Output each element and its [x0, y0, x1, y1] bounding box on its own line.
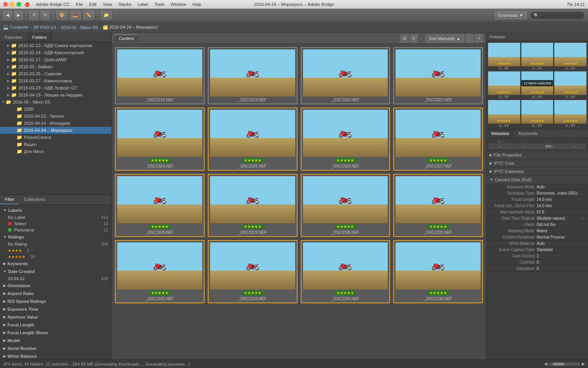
serial-section-header[interactable]: ▶ Serial Number [0, 344, 111, 352]
essentials-dropdown[interactable]: Essentials ▼ [495, 11, 527, 19]
tab-folders[interactable]: Folders [27, 33, 52, 42]
iptc-extension-header[interactable]: ▶ IPTC Extension [486, 168, 588, 176]
menu-help[interactable]: Help [192, 2, 201, 7]
meta-shutter-input[interactable] [513, 144, 537, 149]
thumb-dsc2332[interactable]: ⊞ 🏍️ ★★★★★ _DSC2332.NEF [115, 240, 205, 303]
new-folder-button[interactable]: 📁 [101, 11, 112, 20]
rotate-left-button[interactable]: ↺ [29, 11, 38, 20]
folder-item[interactable]: ▶📁2016-02-14 - НДВ Красногорский [0, 49, 111, 56]
tab-collections[interactable]: Collections [19, 195, 49, 204]
thumb-dsc2320[interactable]: ⊞ 🏍️ _DSC2320.NEF [301, 47, 390, 104]
focal-section-header[interactable]: ▶ Focal Length [0, 321, 111, 329]
preview-item-center[interactable]: 12 items selected ★★★★★ D...EF [521, 71, 554, 99]
ratings-section-header[interactable]: ▼ Ratings [0, 233, 111, 241]
thumb-dsc2329[interactable]: ⊞ 🏍️ ★★★★★ _DSC2329.NEF [208, 174, 298, 237]
thumb-dsc2334[interactable]: ⊞ 🏍️ ★★★★★ _DSC2334.NEF [301, 240, 390, 303]
date-value-row[interactable]: 24.04.32 438 [0, 275, 111, 282]
traffic-lights[interactable] [3, 2, 21, 7]
rating-4star[interactable]: ★★★★ 3 [0, 247, 111, 253]
thumb-dsc2335[interactable]: ⊞ 🏍️ ★★★★★ _DSC2335.NEF [393, 240, 483, 303]
scrollbar-track[interactable] [549, 363, 580, 366]
folder-item[interactable]: ▶📁2016-03-27 - Каменоломни [0, 77, 111, 84]
focal35-section-header[interactable]: ▶ Focal Length 35mm [0, 329, 111, 337]
thumb-dsc2326[interactable]: ⊞ 🏍️ ★★★★★ _DSC2326.NEF [301, 107, 390, 171]
open-in-camera-raw-button[interactable]: 🎨 [56, 11, 67, 20]
thumb-dsc2318[interactable]: ⊞ 🏍️ _DSC2318.NEF [115, 47, 205, 104]
iptc-core-header[interactable]: ▶ IPTC Core [486, 159, 588, 168]
metadata-panel-menu[interactable]: ⋮ [577, 129, 588, 138]
tab-metadata[interactable]: Metadata [486, 129, 514, 138]
rating-5star[interactable]: ★★★★★ 39 [0, 253, 111, 260]
folder-video[interactable]: 📁Видео [0, 141, 111, 148]
wb-section-header[interactable]: ▶ White Balance [0, 352, 111, 359]
tab-filter[interactable]: Filter [0, 195, 19, 204]
menu-edit[interactable]: Edit [89, 2, 96, 7]
iso-section-header[interactable]: ▶ ISO Speed Ratings [0, 297, 111, 305]
thumb-dsc2333[interactable]: ⊞ 🏍️ ★★★★★ _DSC2333.NEF [208, 240, 298, 303]
thumb-dsc2328[interactable]: ⊞ 🏍️ ★★★★★ _DSC2328.NEF [115, 174, 205, 237]
camera-data-header[interactable]: ▼ Camera Data (Exif) [486, 176, 588, 184]
folder-item[interactable]: ▶📁2016-03-26 - Сумеляк [0, 70, 111, 77]
preview-item[interactable]: ★★★★★ D...EF [488, 71, 520, 99]
folder-item[interactable]: ▶📁2016-04-19 - Лекция на Чердаке [0, 91, 111, 98]
thumb-dsc2321[interactable]: ⊞ 🏍️ _DSC2321.NEF [393, 47, 483, 104]
thumb-dsc2319[interactable]: ⊞ 🏍️ _DSC2319.NEF [208, 47, 298, 104]
meta-other-input[interactable] [562, 144, 586, 149]
meta-iso-input[interactable] [538, 144, 561, 149]
preview-item[interactable]: ★★★★★ D...EF [521, 100, 554, 128]
tab-favorites[interactable]: Favorites [0, 33, 27, 42]
folder-nikon-d5[interactable]: ▼📁2016-05 - Nikon D5 [0, 98, 111, 106]
view-extra-button[interactable]: ≡ [475, 35, 483, 42]
preview-item[interactable]: ★★★★★ D...EF [488, 100, 520, 128]
preview-item[interactable]: ★★★★★ D...EF [554, 71, 586, 99]
preview-item[interactable]: ★★★★★ D...EF [554, 100, 586, 128]
label-panorama[interactable]: Panorama 12 [0, 227, 111, 233]
file-properties-header[interactable]: ▶ File Properties [486, 151, 588, 159]
search-input[interactable] [530, 11, 585, 19]
folder-item[interactable]: ▶📁2016-03-29 - НДВ Лефорт О7 [0, 84, 111, 91]
close-button[interactable] [3, 2, 8, 7]
menu-tools[interactable]: Tools [154, 2, 165, 7]
folder-item[interactable]: ▶📁2016-02-17 - QubicaAMF [0, 56, 111, 63]
tab-keywords[interactable]: Keywords [514, 129, 542, 138]
menu-apple[interactable]: 🍎 [24, 2, 30, 7]
folder-morokross[interactable]: 📁2016-04-24 – Морокросс [0, 127, 111, 134]
date-created-section-header[interactable]: ▼ Date Created [0, 268, 111, 275]
rating-none[interactable]: No Rating 396 [0, 241, 111, 247]
thumb-dsc2327[interactable]: ⊞ 🏍️ ★★★★★ _DSC2327.NEF [393, 107, 483, 171]
folder-tamron[interactable]: 📁2016-04-23 - Tamron [0, 113, 111, 120]
model-section-header[interactable]: ▶ Model [0, 337, 111, 344]
maximize-button[interactable] [16, 2, 21, 7]
thumb-dsc2324[interactable]: ⊞ 🏍️ ★★★★★ _DSC2324.NEF [115, 107, 205, 171]
preview-item[interactable]: ★★★★★ D...EF [554, 43, 586, 70]
output-button[interactable]: 📤 [70, 11, 81, 20]
orientation-section-header[interactable]: ▶ Orientation [0, 282, 111, 290]
scroll-left-icon[interactable]: ◀ [544, 361, 547, 366]
label-select[interactable]: Select 10 [0, 220, 111, 227]
aspect-ratio-section-header[interactable]: ▶ Aspect Ratio [0, 290, 111, 297]
status-scrollbar[interactable]: ◀ ▶ [544, 361, 585, 366]
datetime-edit-icon[interactable]: ✏ [582, 217, 585, 220]
view-options-button[interactable]: ⋮ [466, 35, 474, 42]
menu-stacks[interactable]: Stacks [118, 2, 131, 7]
keywords-section-header[interactable]: ▶ Keywords [0, 260, 111, 268]
labels-section-header[interactable]: ▼ Labels [0, 206, 111, 214]
breadcrumb-nikon[interactable]: 2016-05 - Nikon D5 [61, 25, 98, 30]
filter-panel-menu[interactable]: ⋮ [101, 195, 111, 204]
view-list-button[interactable]: ☰ [410, 35, 418, 42]
folder-picturecontrol[interactable]: 📁PictureControl [0, 134, 111, 141]
scrollbar-thumb[interactable] [553, 363, 564, 366]
back-button[interactable]: ◀ [3, 11, 12, 20]
forward-button[interactable]: ▶ [14, 11, 23, 20]
aperture-section-header[interactable]: ▶ Aperture Value [0, 313, 111, 321]
label-no-label[interactable]: No Label 416 [0, 214, 111, 220]
tab-content[interactable]: Content [115, 35, 138, 42]
folder-nikon[interactable]: 📁Для Nikon [0, 148, 111, 155]
preview-item[interactable]: ★★★★★ D...EF [521, 43, 554, 70]
thumb-dsc2325[interactable]: ⊞ 🏍️ ★★★★★ _DSC2325.NEF [208, 107, 298, 171]
folder-2000[interactable]: 📁2000 [0, 106, 111, 113]
folder-item[interactable]: ▶📁2016-03 - Байкал [0, 63, 111, 70]
breadcrumb-computer[interactable]: 💻 Computer [3, 25, 29, 30]
scroll-right-icon[interactable]: ▶ [582, 361, 585, 366]
view-icon-button[interactable]: ⊞ [401, 35, 408, 42]
